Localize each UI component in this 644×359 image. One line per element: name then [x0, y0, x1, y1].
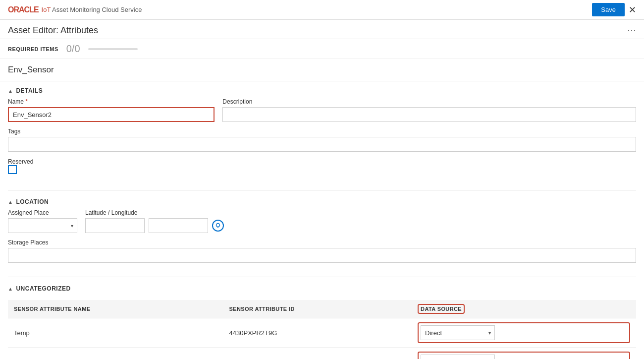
- assigned-place-group: Assigned Place ▾: [8, 209, 77, 233]
- lat-lon-label: Latitude / Longitude: [85, 209, 224, 216]
- reserved-checkbox-wrapper: [8, 165, 636, 174]
- col-sensor-attribute-name: SENSOR ATTRIBUTE NAME: [8, 300, 223, 318]
- assigned-place-select[interactable]: [8, 218, 77, 233]
- datasource-select-wrapper-row1: Direct Calculated Manual ▾: [421, 325, 495, 340]
- svg-point-0: [216, 224, 220, 227]
- description-label: Description: [222, 98, 636, 105]
- uncategorized-table-section: SENSOR ATTRIBUTE NAME SENSOR ATTRIBUTE I…: [8, 300, 636, 359]
- datasource-highlighted-row1: Direct Calculated Manual ▾: [418, 322, 630, 343]
- sensor-name-cell: Pressure: [8, 348, 223, 359]
- uncategorized-section-label: UNCATEGORIZED: [16, 285, 70, 292]
- page-title-bar: Asset Editor: Attributes ⋯: [0, 20, 644, 39]
- sensor-name-cell: Temp: [8, 318, 223, 348]
- assigned-place-latlot-row: Assigned Place ▾ Latitude / Longitude: [8, 209, 636, 233]
- location-section-content: Assigned Place ▾ Latitude / Longitude: [8, 209, 636, 275]
- sensor-id-cell: 4430PXPR2T9G: [223, 318, 412, 348]
- header-left: ORACLE IoT Asset Monitoring Cloud Servic…: [8, 5, 142, 14]
- tags-group: Tags: [8, 128, 636, 152]
- oracle-logo: ORACLE: [8, 5, 39, 14]
- app-header: ORACLE IoT Asset Monitoring Cloud Servic…: [0, 0, 644, 20]
- table-row: Temp 4430PXPR2T9G Direct Calculated Manu…: [8, 318, 636, 348]
- location-section-label: LOCATION: [16, 198, 49, 205]
- datasource-cell: Direct Calculated Manual ▾: [412, 318, 636, 348]
- tags-label: Tags: [8, 128, 636, 135]
- table-header-row: SENSOR ATTRIBUTE NAME SENSOR ATTRIBUTE I…: [8, 300, 636, 318]
- uncategorized-section-header[interactable]: ▲ UNCATEGORIZED: [8, 279, 636, 296]
- name-input[interactable]: [8, 107, 215, 122]
- app-subtitle: IoT Asset Monitoring Cloud Service: [42, 6, 142, 13]
- save-button[interactable]: Save: [592, 3, 625, 16]
- location-arrow-icon: ▲: [8, 199, 13, 205]
- header-actions: Save ✕: [592, 3, 636, 16]
- close-button[interactable]: ✕: [629, 4, 636, 15]
- tags-input[interactable]: [8, 137, 636, 152]
- uncategorized-arrow-icon: ▲: [8, 286, 13, 292]
- reserved-label: Reserved: [8, 158, 33, 165]
- datasource-select-wrapper-row2: Direct Calculated Manual ▾: [421, 355, 495, 359]
- asset-name: Env_Sensor: [8, 65, 54, 74]
- storage-places-label: Storage Places: [8, 239, 636, 246]
- details-section-label: DETAILS: [16, 87, 43, 94]
- details-arrow-icon: ▲: [8, 88, 13, 94]
- page-title: Asset Editor: Attributes: [8, 25, 98, 36]
- reserved-row: Reserved: [8, 158, 636, 174]
- name-group: Name *: [8, 98, 215, 122]
- col-data-source: DATA SOURCE: [412, 300, 636, 318]
- required-items-count: 0/0: [66, 43, 80, 55]
- content-area: ▲ DETAILS Name * Description Tags: [0, 81, 644, 359]
- subtitle-iot: IoT: [42, 6, 51, 13]
- datasource-select-row1[interactable]: Direct Calculated Manual: [421, 325, 495, 340]
- details-section-header[interactable]: ▲ DETAILS: [8, 81, 636, 98]
- datasource-cell-row2: Direct Calculated Manual ▾: [412, 348, 636, 359]
- name-required-star: *: [25, 98, 28, 105]
- asset-name-section: Env_Sensor: [0, 59, 644, 81]
- reserved-checkbox[interactable]: [8, 165, 17, 174]
- lat-lon-group: Latitude / Longitude: [85, 209, 224, 233]
- required-items-label: REQUIRED ITEMS: [8, 46, 58, 52]
- storage-places-row: Storage Places: [8, 239, 636, 263]
- storage-places-group: Storage Places: [8, 239, 636, 263]
- lat-lon-inputs: [85, 218, 224, 233]
- datasource-highlighted-row2: Direct Calculated Manual ▾: [418, 352, 630, 359]
- longitude-input[interactable]: [149, 218, 208, 233]
- assigned-place-select-wrapper: ▾: [8, 218, 77, 233]
- table-row: Pressure 4430PXPW2T9G Direct Calculated …: [8, 348, 636, 359]
- description-group: Description: [222, 98, 636, 122]
- location-pin-icon[interactable]: [212, 220, 224, 232]
- datasource-select-row2[interactable]: Direct Calculated Manual: [421, 355, 495, 359]
- required-items-progress: [88, 48, 138, 50]
- page-menu-icon[interactable]: ⋯: [627, 25, 636, 36]
- description-input[interactable]: [222, 107, 636, 122]
- col-sensor-attribute-id: SENSOR ATTRIBUTE ID: [223, 300, 412, 318]
- latitude-input[interactable]: [85, 218, 145, 233]
- name-description-row: Name * Description: [8, 98, 636, 122]
- sensor-attributes-table: SENSOR ATTRIBUTE NAME SENSOR ATTRIBUTE I…: [8, 300, 636, 359]
- details-section-content: Name * Description Tags Reserved: [8, 98, 636, 188]
- location-section-header[interactable]: ▲ LOCATION: [8, 192, 636, 209]
- storage-places-input[interactable]: [8, 248, 636, 263]
- name-label: Name *: [8, 98, 215, 105]
- required-items-bar: REQUIRED ITEMS 0/0: [0, 39, 644, 59]
- tags-row: Tags: [8, 128, 636, 152]
- assigned-place-label: Assigned Place: [8, 209, 77, 216]
- sensor-id-cell: 4430PXPW2T9G: [223, 348, 412, 359]
